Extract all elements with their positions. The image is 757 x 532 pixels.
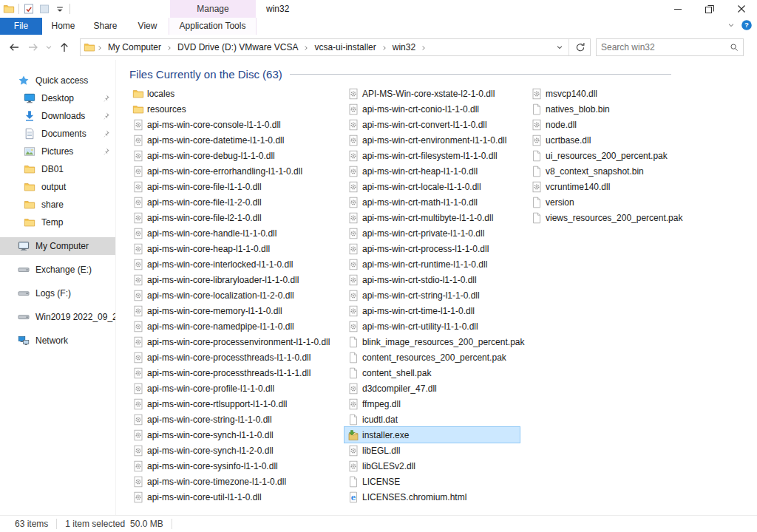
file-item-resources[interactable]: resources: [129, 101, 336, 117]
file-item-api-ms-win-crt-runtime-l1-1-0-dll[interactable]: api-ms-win-crt-runtime-l1-1-0.dll: [344, 256, 520, 272]
file-item-api-ms-win-core-synch-l1-1-0-dll[interactable]: api-ms-win-core-synch-l1-1-0.dll: [129, 427, 336, 443]
file-item-api-ms-win-core-heap-l1-1-0-dll[interactable]: api-ms-win-core-heap-l1-1-0.dll: [129, 241, 336, 256]
file-item-api-ms-win-crt-convert-l1-1-0-dll[interactable]: api-ms-win-crt-convert-l1-1-0.dll: [344, 117, 520, 132]
file-item-api-ms-win-core-file-l1-2-0-dll[interactable]: api-ms-win-core-file-l1-2-0.dll: [129, 194, 336, 210]
file-item-api-ms-win-core-console-l1-1-0-dll[interactable]: api-ms-win-core-console-l1-1-0.dll: [129, 117, 336, 132]
new-folder-icon[interactable]: [38, 3, 50, 15]
forward-button[interactable]: [24, 38, 43, 57]
refresh-icon[interactable]: [574, 41, 586, 53]
file-item-natives-blob-bin[interactable]: natives_blob.bin: [528, 101, 741, 117]
file-item-node-dll[interactable]: node.dll: [528, 117, 741, 132]
file-item-ui-resources-200-percent-pak[interactable]: ui_resources_200_percent.pak: [528, 148, 741, 163]
file-item-api-ms-win-crt-string-l1-1-0-dll[interactable]: api-ms-win-crt-string-l1-1-0.dll: [344, 287, 520, 303]
file-item-api-ms-win-core-interlocked-l1-1-0-dll[interactable]: api-ms-win-core-interlocked-l1-1-0.dll: [129, 256, 336, 272]
sidebar-item-downloads[interactable]: Downloads: [0, 107, 115, 125]
file-item-api-ms-win-core-synch-l1-2-0-dll[interactable]: api-ms-win-core-synch-l1-2-0.dll: [129, 443, 336, 458]
file-item-api-ms-win-core-libraryloader-l1-1-0-dll[interactable]: api-ms-win-core-libraryloader-l1-1-0.dll: [129, 272, 336, 287]
file-item-api-ms-win-core-errorhandling-l1-1-0-dll[interactable]: api-ms-win-core-errorhandling-l1-1-0.dll: [129, 163, 336, 179]
file-item-api-ms-win-crt-private-l1-1-0-dll[interactable]: api-ms-win-crt-private-l1-1-0.dll: [344, 225, 520, 241]
file-item-blink-image-resources-200-percent-pak[interactable]: blink_image_resources_200_percent.pak: [344, 334, 520, 349]
sidebar-item-desktop[interactable]: Desktop: [0, 89, 115, 107]
file-item-api-ms-win-crt-stdio-l1-1-0-dll[interactable]: api-ms-win-crt-stdio-l1-1-0.dll: [344, 272, 520, 287]
search-input[interactable]: [601, 42, 730, 52]
file-item-api-ms-win-core-processenvironment-l1-1-0-dll[interactable]: api-ms-win-core-processenvironment-l1-1-…: [129, 334, 336, 349]
file-item-api-ms-win-crt-environment-l1-1-0-dll[interactable]: api-ms-win-crt-environment-l1-1-0.dll: [344, 132, 520, 148]
file-item-api-ms-win-crt-heap-l1-1-0-dll[interactable]: api-ms-win-crt-heap-l1-1-0.dll: [344, 163, 520, 179]
maximize-button[interactable]: [693, 0, 725, 18]
tab-home[interactable]: Home: [42, 18, 84, 35]
file-item-api-ms-win-crt-time-l1-1-0-dll[interactable]: api-ms-win-crt-time-l1-1-0.dll: [344, 303, 520, 318]
file-item-installer-exe[interactable]: installer.exe: [344, 427, 520, 443]
file-item-api-ms-win-core-xstate-l2-1-0-dll[interactable]: API-MS-Win-core-xstate-l2-1-0.dll: [344, 86, 520, 101]
file-item-api-ms-win-core-file-l2-1-0-dll[interactable]: api-ms-win-core-file-l2-1-0.dll: [129, 210, 336, 225]
file-item-api-ms-win-core-datetime-l1-1-0-dll[interactable]: api-ms-win-core-datetime-l1-1-0.dll: [129, 132, 336, 148]
sidebar-item-share[interactable]: share: [0, 196, 115, 214]
file-item-api-ms-win-core-util-l1-1-0-dll[interactable]: api-ms-win-core-util-l1-1-0.dll: [129, 489, 336, 505]
file-item-libglesv2-dll[interactable]: libGLESv2.dll: [344, 458, 520, 474]
file-item-content-resources-200-percent-pak[interactable]: content_resources_200_percent.pak: [344, 349, 520, 365]
search-box[interactable]: [596, 38, 744, 56]
sidebar-item-output[interactable]: output: [0, 178, 115, 196]
file-item-version[interactable]: version: [528, 194, 741, 210]
file-item-api-ms-win-crt-process-l1-1-0-dll[interactable]: api-ms-win-crt-process-l1-1-0.dll: [344, 241, 520, 256]
up-button[interactable]: [55, 38, 74, 57]
file-item-api-ms-win-core-memory-l1-1-0-dll[interactable]: api-ms-win-core-memory-l1-1-0.dll: [129, 303, 336, 318]
sidebar-item-temp[interactable]: Temp: [0, 214, 115, 231]
file-item-api-ms-win-crt-filesystem-l1-1-0-dll[interactable]: api-ms-win-crt-filesystem-l1-1-0.dll: [344, 148, 520, 163]
file-item-msvcp140-dll[interactable]: msvcp140.dll: [528, 86, 741, 101]
sidebar-item-pictures[interactable]: Pictures: [0, 143, 115, 160]
file-item-license[interactable]: LICENSE: [344, 474, 520, 489]
breadcrumb-item-win32[interactable]: win32: [389, 42, 419, 52]
tab-view[interactable]: View: [126, 18, 169, 35]
file-item-api-ms-win-crt-math-l1-1-0-dll[interactable]: api-ms-win-crt-math-l1-1-0.dll: [344, 194, 520, 210]
file-item-content-shell-pak[interactable]: content_shell.pak: [344, 365, 520, 381]
file-item-api-ms-win-core-profile-l1-1-0-dll[interactable]: api-ms-win-core-profile-l1-1-0.dll: [129, 381, 336, 396]
tab-file[interactable]: File: [0, 18, 42, 35]
address-bar[interactable]: My ComputerDVD Drive (D:) VMware VCSAvcs…: [80, 38, 591, 56]
tab-application-tools[interactable]: Application Tools: [169, 18, 257, 35]
file-item-api-ms-win-crt-utility-l1-1-0-dll[interactable]: api-ms-win-crt-utility-l1-1-0.dll: [344, 318, 520, 334]
breadcrumb-item-vcsa-ui-installer[interactable]: vcsa-ui-installer: [310, 42, 379, 52]
manage-contextual-tab[interactable]: Manage: [170, 0, 256, 18]
file-item-icudtl-dat[interactable]: icudtl.dat: [344, 412, 520, 427]
file-item-api-ms-win-crt-locale-l1-1-0-dll[interactable]: api-ms-win-crt-locale-l1-1-0.dll: [344, 179, 520, 194]
help-icon[interactable]: ?: [741, 19, 753, 31]
file-item-vcruntime140-dll[interactable]: vcruntime140.dll: [528, 179, 741, 194]
file-item-views-resources-200-percent-pak[interactable]: views_resources_200_percent.pak: [528, 210, 741, 225]
file-item-api-ms-win-core-namedpipe-l1-1-0-dll[interactable]: api-ms-win-core-namedpipe-l1-1-0.dll: [129, 318, 336, 334]
file-item-locales[interactable]: locales: [129, 86, 336, 101]
file-item-api-ms-win-core-debug-l1-1-0-dll[interactable]: api-ms-win-core-debug-l1-1-0.dll: [129, 148, 336, 163]
file-item-api-ms-win-core-processthreads-l1-1-0-dll[interactable]: api-ms-win-core-processthreads-l1-1-0.dl…: [129, 349, 336, 365]
search-icon[interactable]: [730, 43, 739, 52]
address-dropdown-icon[interactable]: [555, 43, 564, 52]
file-item-licenses-chromium-html[interactable]: eLICENSES.chromium.html: [344, 489, 520, 505]
file-item-api-ms-win-core-handle-l1-1-0-dll[interactable]: api-ms-win-core-handle-l1-1-0.dll: [129, 225, 336, 241]
file-item-api-ms-win-core-localization-l1-2-0-dll[interactable]: api-ms-win-core-localization-l1-2-0.dll: [129, 287, 336, 303]
close-button[interactable]: [725, 0, 757, 18]
file-item-api-ms-win-core-timezone-l1-1-0-dll[interactable]: api-ms-win-core-timezone-l1-1-0.dll: [129, 474, 336, 489]
sidebar-item-my-computer[interactable]: My Computer: [0, 237, 115, 255]
sidebar-item-logs-f[interactable]: Logs (F:): [0, 284, 115, 302]
qat-customize-icon[interactable]: [54, 3, 66, 15]
back-button[interactable]: [4, 38, 24, 57]
properties-icon[interactable]: [23, 3, 35, 15]
file-item-api-ms-win-core-processthreads-l1-1-1-dll[interactable]: api-ms-win-core-processthreads-l1-1-1.dl…: [129, 365, 336, 381]
sidebar-item-db01[interactable]: DB01: [0, 160, 115, 178]
file-item-api-ms-win-crt-conio-l1-1-0-dll[interactable]: api-ms-win-crt-conio-l1-1-0.dll: [344, 101, 520, 117]
file-item-d3dcompiler-47-dll[interactable]: d3dcompiler_47.dll: [344, 381, 520, 396]
file-item-api-ms-win-core-rtlsupport-l1-1-0-dll[interactable]: api-ms-win-core-rtlsupport-l1-1-0.dll: [129, 396, 336, 412]
file-item-ffmpeg-dll[interactable]: ffmpeg.dll: [344, 396, 520, 412]
breadcrumb-item-dvd-drive-d-vmware-vcsa[interactable]: DVD Drive (D:) VMware VCSA: [174, 42, 302, 52]
minimize-button[interactable]: [662, 0, 693, 18]
file-item-ucrtbase-dll[interactable]: ucrtbase.dll: [528, 132, 741, 148]
ribbon-collapse-icon[interactable]: [727, 21, 736, 30]
sidebar-item-documents[interactable]: Documents: [0, 125, 115, 143]
recent-locations-button[interactable]: [43, 38, 55, 57]
sidebar-item-exchange-e[interactable]: Exchange (E:): [0, 261, 115, 279]
breadcrumb-item-my-computer[interactable]: My Computer: [104, 42, 165, 52]
file-item-api-ms-win-core-sysinfo-l1-1-0-dll[interactable]: api-ms-win-core-sysinfo-l1-1-0.dll: [129, 458, 336, 474]
tab-share[interactable]: Share: [84, 18, 126, 35]
file-item-api-ms-win-core-string-l1-1-0-dll[interactable]: api-ms-win-core-string-l1-1-0.dll: [129, 412, 336, 427]
file-item-api-ms-win-crt-multibyte-l1-1-0-dll[interactable]: api-ms-win-crt-multibyte-l1-1-0.dll: [344, 210, 520, 225]
sidebar-item-quick-access[interactable]: Quick access: [0, 72, 115, 89]
